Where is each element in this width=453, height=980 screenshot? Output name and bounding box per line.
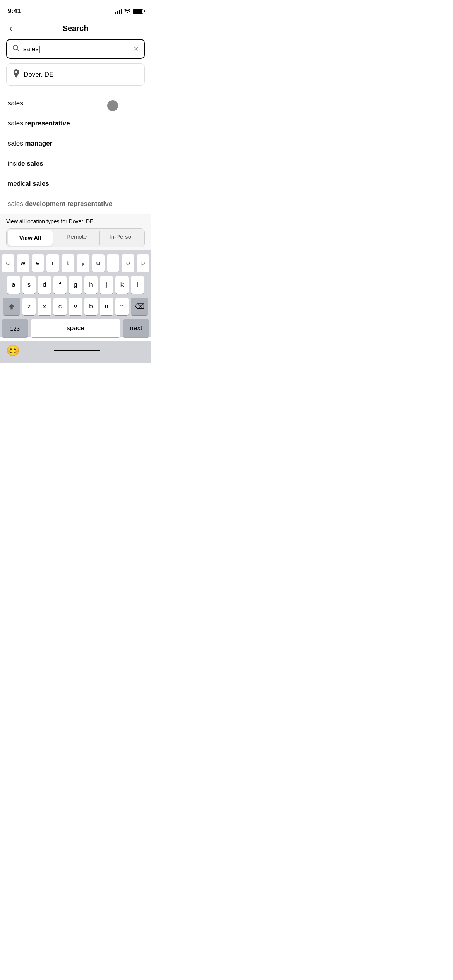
- tab-view-all[interactable]: View All: [8, 230, 53, 246]
- key-w[interactable]: w: [17, 254, 29, 272]
- delete-key[interactable]: ⌫: [131, 298, 148, 315]
- key-u[interactable]: u: [92, 254, 105, 272]
- location-text: Dover, DE: [24, 71, 53, 79]
- key-next[interactable]: next: [123, 319, 149, 337]
- gray-circle: [107, 100, 118, 111]
- keyboard-bottom-row: 123 space next: [2, 319, 149, 337]
- signal-icon: [115, 9, 122, 14]
- tab-in-person[interactable]: In-Person: [100, 229, 144, 247]
- suggestion-text: inside sales: [8, 160, 43, 167]
- key-n[interactable]: n: [100, 298, 113, 315]
- location-types-label: View all location types for Dover, DE: [6, 218, 145, 224]
- suggestion-text: medical sales: [8, 180, 49, 187]
- wifi-icon: [124, 9, 130, 14]
- keyboard-row-2: a s d f g h j k l: [2, 276, 149, 294]
- suggestion-item[interactable]: sales manager: [8, 134, 143, 154]
- status-time: 9:41: [8, 7, 21, 15]
- shift-key[interactable]: [3, 298, 20, 315]
- battery-icon: [133, 9, 143, 14]
- suggestion-text: sales development representative: [8, 200, 112, 207]
- key-123[interactable]: 123: [2, 319, 28, 337]
- key-a[interactable]: a: [7, 276, 20, 294]
- back-button[interactable]: ‹: [8, 22, 14, 35]
- header: ‹ Search: [0, 19, 151, 39]
- clear-icon[interactable]: ✕: [134, 45, 139, 53]
- status-icons: [115, 9, 143, 14]
- keyboard: q w e r t y u i o p a s d f g h j k l z …: [0, 250, 151, 337]
- keyboard-row-1: q w e r t y u i o p: [2, 254, 149, 272]
- suggestion-text: sales: [8, 99, 23, 107]
- keyboard-emoji-row: 😊: [0, 341, 151, 363]
- suggestion-item[interactable]: sales representative: [8, 113, 143, 134]
- key-v[interactable]: v: [69, 298, 82, 315]
- bottom-bar: View all location types for Dover, DE Vi…: [0, 214, 151, 250]
- suggestion-text: sales representative: [8, 120, 70, 127]
- key-q[interactable]: q: [2, 254, 14, 272]
- key-d[interactable]: d: [38, 276, 51, 294]
- key-space[interactable]: space: [31, 319, 120, 337]
- key-m[interactable]: m: [115, 298, 129, 315]
- key-p[interactable]: p: [137, 254, 149, 272]
- location-row[interactable]: Dover, DE: [6, 63, 145, 86]
- key-b[interactable]: b: [84, 298, 98, 315]
- status-bar: 9:41: [0, 0, 151, 19]
- home-indicator: [54, 350, 100, 351]
- key-h[interactable]: h: [84, 276, 98, 294]
- delete-icon: ⌫: [135, 302, 144, 311]
- key-t[interactable]: t: [62, 254, 74, 272]
- search-input[interactable]: sales: [23, 45, 130, 53]
- key-o[interactable]: o: [122, 254, 134, 272]
- key-r[interactable]: r: [46, 254, 59, 272]
- key-k[interactable]: k: [115, 276, 129, 294]
- search-container: sales ✕: [0, 39, 151, 63]
- key-y[interactable]: y: [77, 254, 89, 272]
- suggestion-item[interactable]: inside sales: [8, 154, 143, 174]
- page-title: Search: [63, 24, 89, 33]
- suggestion-item[interactable]: medical sales: [8, 174, 143, 194]
- suggestion-item[interactable]: sales: [8, 93, 143, 113]
- svg-line-1: [17, 49, 19, 51]
- suggestions-list: sales sales representative sales manager…: [0, 89, 151, 214]
- location-type-tabs: View All Remote In-Person: [6, 228, 145, 247]
- tab-remote[interactable]: Remote: [54, 229, 99, 247]
- key-i[interactable]: i: [107, 254, 120, 272]
- suggestion-text: sales manager: [8, 140, 52, 147]
- search-input-wrapper[interactable]: sales ✕: [6, 39, 145, 59]
- key-c[interactable]: c: [53, 298, 67, 315]
- location-icon: [13, 69, 20, 80]
- key-x[interactable]: x: [38, 298, 51, 315]
- suggestion-item[interactable]: sales development representative: [8, 194, 143, 214]
- key-z[interactable]: z: [22, 298, 36, 315]
- key-g[interactable]: g: [69, 276, 82, 294]
- location-container: Dover, DE: [0, 63, 151, 89]
- search-icon: [12, 45, 19, 53]
- emoji-key[interactable]: 😊: [6, 344, 20, 357]
- keyboard-row-3: z x c v b n m ⌫: [2, 298, 149, 315]
- key-j[interactable]: j: [100, 276, 113, 294]
- key-e[interactable]: e: [32, 254, 45, 272]
- key-l[interactable]: l: [131, 276, 144, 294]
- key-f[interactable]: f: [53, 276, 67, 294]
- key-s[interactable]: s: [22, 276, 36, 294]
- search-input-value: sales: [23, 45, 39, 53]
